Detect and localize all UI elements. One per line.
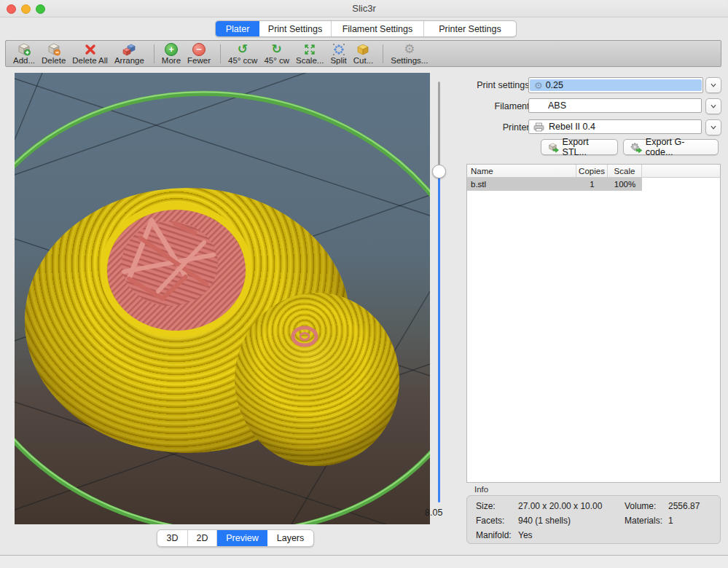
filament-label: Filament: xyxy=(466,98,532,114)
slic3r-window: Slic3r Plater Print Settings Filament Se… xyxy=(0,0,728,568)
object-list-header: Name Copies Scale xyxy=(467,165,720,178)
tab-filament-settings[interactable]: Filament Settings xyxy=(332,21,424,36)
toolbar-separator xyxy=(154,44,154,63)
manifold-value: Yes xyxy=(518,530,533,540)
object-scale-cell: 100% xyxy=(608,180,642,189)
chevron-down-icon xyxy=(709,102,718,111)
3d-preview-viewport[interactable] xyxy=(15,73,430,524)
gear-icon: ⚙ xyxy=(534,81,543,90)
cut-button[interactable]: Cut... xyxy=(353,42,373,66)
split-button[interactable]: Split xyxy=(330,42,346,66)
tab-2d[interactable]: 2D xyxy=(188,530,217,546)
yellow-box-icon xyxy=(356,42,370,56)
box-plus-icon xyxy=(17,42,31,56)
printer-select[interactable]: Rebel II 0.4 xyxy=(528,119,702,134)
gear-icon: ⚙ xyxy=(404,42,415,56)
settings-button[interactable]: ⚙ Settings... xyxy=(391,42,428,66)
info-box: Size: 27.00 x 20.00 x 10.00 Volume: 2556… xyxy=(466,495,721,544)
filament-select[interactable]: ABS xyxy=(528,98,702,113)
column-header-copies[interactable]: Copies xyxy=(576,165,608,177)
print-settings-label: Print settings: xyxy=(466,77,532,93)
tab-print-settings[interactable]: Print Settings xyxy=(259,21,332,36)
materials-value: 1 xyxy=(668,516,673,526)
tab-plater[interactable]: Plater xyxy=(216,21,259,36)
scale-arrows-icon xyxy=(303,42,316,56)
printer-dropdown-button[interactable] xyxy=(705,119,721,135)
delete-button[interactable]: Delete xyxy=(42,42,66,66)
object-name-cell: b.stl xyxy=(467,180,576,189)
chevron-down-icon xyxy=(709,123,718,132)
layer-slider-track[interactable] xyxy=(438,82,440,171)
export-stl-button[interactable]: Export STL... xyxy=(541,139,618,155)
layer-slider-track-filled[interactable] xyxy=(438,171,440,502)
cubes-icon xyxy=(122,42,136,56)
title-bar: Slic3r xyxy=(0,0,728,17)
tab-printer-settings[interactable]: Printer Settings xyxy=(424,21,516,36)
print-settings-dropdown-button[interactable] xyxy=(705,77,721,93)
volume-value: 2556.87 xyxy=(668,501,700,511)
delete-all-button[interactable]: Delete All xyxy=(72,42,108,66)
export-gcode-icon xyxy=(630,142,642,153)
export-gcode-button[interactable]: Export G-code... xyxy=(623,139,719,155)
small-dome-object xyxy=(235,293,399,466)
tab-layers[interactable]: Layers xyxy=(267,530,313,546)
tab-3d[interactable]: 3D xyxy=(157,530,188,546)
column-header-scale[interactable]: Scale xyxy=(608,165,642,177)
view-mode-tab-bar: 3D 2D Preview Layers xyxy=(157,529,314,547)
facets-label: Facets: xyxy=(476,516,504,526)
layer-height-value: 8.05 xyxy=(425,508,457,518)
main-tab-bar: Plater Print Settings Filament Settings … xyxy=(215,20,517,37)
layer-slider-handle[interactable] xyxy=(432,165,446,178)
green-plus-circle-icon: + xyxy=(165,42,178,56)
table-row[interactable]: b.stl 1 100% xyxy=(467,178,720,191)
toolbar-separator xyxy=(383,44,383,63)
chevron-down-icon xyxy=(709,81,718,90)
arrange-button[interactable]: Arrange xyxy=(114,42,144,66)
facets-value: 940 (1 shells) xyxy=(518,516,571,526)
filament-dropdown-button[interactable] xyxy=(705,98,721,114)
size-value: 27.00 x 20.00 x 10.00 xyxy=(518,501,602,511)
rotate-ccw-icon: ↺ xyxy=(238,42,248,56)
export-stl-icon xyxy=(548,142,559,153)
column-header-name[interactable]: Name xyxy=(467,165,576,177)
more-copies-button[interactable]: + More xyxy=(162,42,181,66)
window-bottom-strip xyxy=(0,556,728,568)
rotate-cw-button[interactable]: ↻ 45° cw xyxy=(264,42,289,66)
window-title: Slic3r xyxy=(0,3,728,14)
toolbar-separator xyxy=(220,44,221,63)
printer-label: Printer: xyxy=(466,119,532,135)
scale-button[interactable]: Scale... xyxy=(296,42,324,66)
info-section-title: Info xyxy=(474,485,488,494)
size-label: Size: xyxy=(476,501,496,511)
object-copies-cell: 1 xyxy=(576,180,608,189)
rotate-ccw-button[interactable]: ↺ 45° ccw xyxy=(228,42,257,66)
plater-toolbar: Add... Delete Delete All xyxy=(5,40,721,67)
tab-preview[interactable]: Preview xyxy=(217,530,267,546)
print-settings-selected-value: ⚙ 0.25 xyxy=(530,79,702,91)
volume-label: Volume: xyxy=(625,501,656,511)
column-header-empty xyxy=(642,165,720,177)
rotate-cw-icon: ↻ xyxy=(272,42,282,56)
split-dots-icon xyxy=(332,42,345,56)
materials-label: Materials: xyxy=(625,516,662,526)
manifold-label: Manifold: xyxy=(476,530,512,540)
fewer-copies-button[interactable]: − Fewer xyxy=(187,42,211,66)
red-cross-icon xyxy=(84,42,97,56)
printer-icon xyxy=(533,122,544,132)
object-list[interactable]: Name Copies Scale b.stl 1 100% xyxy=(466,164,721,483)
red-minus-circle-icon: − xyxy=(192,42,206,56)
print-settings-select[interactable]: ⚙ 0.25 xyxy=(528,77,703,93)
add-button[interactable]: Add... xyxy=(13,42,35,66)
box-minus-icon xyxy=(47,42,61,56)
